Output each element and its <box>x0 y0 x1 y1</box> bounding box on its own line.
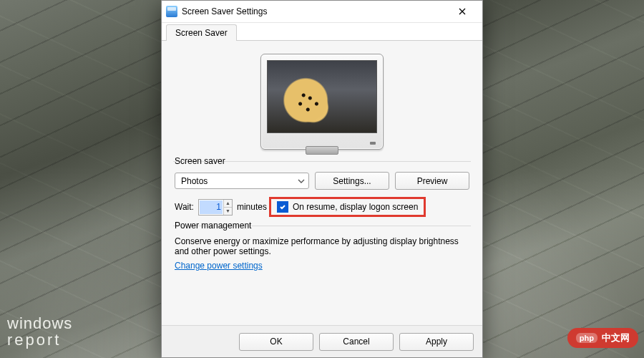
checkmark-icon <box>279 203 286 211</box>
dialog-content: Screen saver Photos Settings... Preview … <box>162 41 482 325</box>
wait-minutes-input[interactable] <box>200 200 223 214</box>
change-power-settings-link[interactable]: Change power settings <box>175 261 263 271</box>
tabstrip: Screen Saver <box>162 23 482 41</box>
resume-logon-label[interactable]: On resume, display logon screen <box>293 202 418 212</box>
close-icon <box>459 8 466 15</box>
monitor-screen <box>267 60 377 133</box>
watermark-windowsreport: windows report <box>7 316 72 348</box>
wait-unit-label: minutes <box>237 202 267 212</box>
power-management-group: Power management Conserve energy or maxi… <box>173 226 471 279</box>
watermark-phpcn: php 中文网 <box>567 328 638 348</box>
annotation-highlight: On resume, display logon screen <box>269 197 426 217</box>
apply-button[interactable]: Apply <box>399 333 474 351</box>
monitor-preview <box>260 54 384 150</box>
dialog-footer: OK Cancel Apply <box>162 325 482 357</box>
settings-button[interactable]: Settings... <box>315 172 389 190</box>
ok-button[interactable]: OK <box>239 333 313 351</box>
chevron-down-icon <box>294 173 308 188</box>
watermark-badge: php <box>576 333 597 343</box>
spin-down-button[interactable]: ▼ <box>224 208 232 215</box>
window-title: Screen Saver Settings <box>182 6 448 16</box>
wait-label: Wait: <box>175 202 194 212</box>
resume-logon-checkbox[interactable] <box>277 201 288 213</box>
screensaver-group: Screen saver Photos Settings... Preview … <box>173 161 471 226</box>
monitor-power-led <box>370 142 376 145</box>
cancel-button[interactable]: Cancel <box>319 333 394 351</box>
screen-saver-settings-dialog: Screen Saver Settings Screen Saver Scree… <box>161 0 483 358</box>
monitor-stand <box>306 146 338 155</box>
spin-up-button[interactable]: ▲ <box>224 200 232 208</box>
screensaver-select[interactable]: Photos <box>175 173 309 189</box>
screensaver-photo-preview <box>268 61 376 132</box>
close-button[interactable] <box>448 2 477 21</box>
app-icon <box>166 6 177 17</box>
watermark-text: 中文网 <box>602 332 630 344</box>
power-management-label: Power management <box>175 221 469 231</box>
power-management-description: Conserve energy or maximize performance … <box>175 236 469 256</box>
wait-minutes-stepper[interactable]: ▲ ▼ <box>198 199 233 216</box>
screensaver-group-label: Screen saver <box>175 156 469 166</box>
titlebar[interactable]: Screen Saver Settings <box>162 1 482 23</box>
watermark-line1: windows <box>7 316 72 332</box>
preview-area <box>172 54 472 150</box>
watermark-line2: report <box>7 332 72 348</box>
screensaver-selected-value: Photos <box>181 176 208 186</box>
preview-button[interactable]: Preview <box>395 172 469 190</box>
tab-screen-saver[interactable]: Screen Saver <box>166 24 237 41</box>
